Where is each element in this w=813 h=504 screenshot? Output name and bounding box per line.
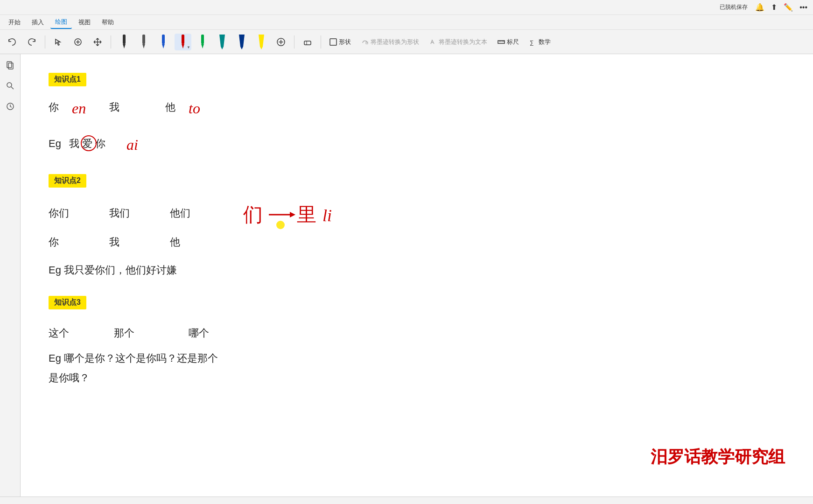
char-tamen: 他们 bbox=[170, 206, 231, 220]
ruler-button[interactable]: 标尺 bbox=[494, 34, 523, 50]
char-ni: 你 bbox=[49, 100, 72, 114]
pen-yellow-highlight[interactable] bbox=[253, 34, 270, 50]
pen-blue[interactable] bbox=[155, 34, 172, 50]
svg-point-36 bbox=[81, 136, 96, 151]
svg-rect-3 bbox=[123, 35, 126, 44]
badge2: 知识点2 bbox=[49, 174, 86, 188]
shape-button[interactable]: 形状 bbox=[326, 34, 355, 50]
selection-tool[interactable] bbox=[50, 34, 67, 50]
shape-label: 形状 bbox=[339, 38, 351, 46]
svg-rect-30 bbox=[8, 63, 13, 69]
ink-text-label: 将墨迹转换为文本 bbox=[439, 38, 487, 46]
svg-text:里: 里 bbox=[297, 204, 316, 225]
menu-start[interactable]: 开始 bbox=[4, 16, 25, 28]
svg-text:们: 们 bbox=[243, 204, 263, 225]
edit-icon[interactable]: ✏️ bbox=[784, 3, 793, 12]
eraser-tool[interactable] bbox=[299, 34, 316, 50]
svg-rect-7 bbox=[162, 35, 165, 44]
svg-rect-21 bbox=[330, 39, 336, 45]
history-icon[interactable] bbox=[3, 99, 18, 114]
char-wo3: 我 bbox=[109, 235, 170, 249]
char-ai-circled: 爱 bbox=[82, 137, 92, 151]
pen-navy[interactable] bbox=[233, 34, 250, 50]
ink-to-shape-button[interactable]: 将墨迹转换为形状 bbox=[357, 34, 423, 50]
notification-icon[interactable]: 🔔 bbox=[755, 3, 764, 12]
bottom-scrollbar[interactable] bbox=[0, 497, 813, 504]
section1-eg: Eg 我 爱 你 ai bbox=[49, 132, 785, 155]
move-tool[interactable] bbox=[89, 34, 106, 50]
svg-marker-40 bbox=[290, 212, 295, 217]
section3: 知识点3 这个 那个 哪个 Eg 哪个是你？这个是你吗？还是那个 是你哦？ bbox=[49, 296, 785, 385]
char-ta: 他 bbox=[165, 100, 189, 114]
menu-draw[interactable]: 绘图 bbox=[50, 16, 72, 29]
eg-text2: Eg 我只爱你们，他们好讨嫌 bbox=[49, 263, 177, 277]
search-icon[interactable] bbox=[3, 78, 18, 93]
circle-annotation bbox=[80, 135, 97, 152]
section2: 知识点2 你们 我们 他们 们 里 li bbox=[49, 174, 785, 277]
svg-marker-10 bbox=[182, 44, 184, 49]
annotation-ai: ai bbox=[126, 132, 154, 155]
char-nage2: 哪个 bbox=[189, 326, 254, 340]
share-icon[interactable]: ⬆ bbox=[771, 3, 777, 12]
menu-help[interactable]: 帮助 bbox=[97, 16, 119, 28]
char-ni2: 你 bbox=[49, 235, 109, 249]
separator2 bbox=[111, 35, 111, 49]
section3-eg2: 是你哦？ bbox=[49, 371, 785, 385]
svg-text:to: to bbox=[189, 100, 200, 117]
menu-insert[interactable]: 插入 bbox=[27, 16, 49, 28]
svg-text:∑: ∑ bbox=[530, 39, 534, 46]
svg-marker-4 bbox=[123, 44, 126, 49]
annotation-to: to bbox=[189, 96, 226, 119]
canvas-area[interactable]: 知识点1 你 en 我 他 to Eg 我 bbox=[21, 54, 813, 497]
svg-rect-11 bbox=[201, 35, 204, 44]
section1: 知识点1 你 en 我 他 to Eg 我 bbox=[49, 73, 785, 155]
char-wo: 我 bbox=[109, 100, 165, 114]
ink-shape-label: 将墨迹转换为形状 bbox=[371, 38, 419, 46]
redo-button[interactable] bbox=[23, 34, 40, 50]
add-pen-button[interactable] bbox=[273, 34, 289, 50]
menubar: 开始 插入 绘图 视图 帮助 bbox=[0, 15, 813, 30]
pen-black[interactable] bbox=[116, 34, 133, 50]
ink-to-text-button[interactable]: 将墨迹转换为文本 bbox=[426, 34, 491, 50]
titlebar: 已脱机保存 🔔 ⬆ ✏️ ••• bbox=[0, 0, 813, 15]
add-tool[interactable] bbox=[70, 34, 86, 50]
eg-text3: Eg 哪个是你？这个是你吗？还是那个 bbox=[49, 351, 218, 365]
math-button[interactable]: ∑ 数学 bbox=[526, 34, 554, 50]
pen-dark[interactable] bbox=[135, 34, 152, 50]
separator1 bbox=[45, 35, 45, 49]
section3-row1: 这个 那个 哪个 bbox=[49, 326, 785, 340]
main-area: 知识点1 你 en 我 他 to Eg 我 bbox=[0, 54, 813, 497]
eg-text3b: 是你哦？ bbox=[49, 371, 90, 385]
char-women: 我们 bbox=[109, 206, 170, 220]
svg-text:en: en bbox=[72, 100, 86, 117]
pen-green[interactable] bbox=[194, 34, 211, 50]
svg-rect-5 bbox=[142, 35, 145, 44]
char-ta2: 他 bbox=[170, 235, 231, 249]
eg-label1: Eg bbox=[49, 138, 67, 150]
section2-row1: 你们 我们 他们 们 里 li bbox=[49, 197, 785, 230]
svg-rect-29 bbox=[7, 62, 12, 68]
svg-marker-12 bbox=[201, 44, 204, 49]
svg-marker-8 bbox=[162, 44, 165, 49]
pages-icon[interactable] bbox=[3, 58, 18, 73]
svg-marker-6 bbox=[142, 44, 145, 49]
section2-eg: Eg 我只爱你们，他们好讨嫌 bbox=[49, 263, 785, 277]
menu-view[interactable]: 视图 bbox=[74, 16, 95, 28]
separator3 bbox=[294, 35, 294, 49]
section3-eg: Eg 哪个是你？这个是你吗？还是那个 bbox=[49, 351, 785, 365]
undo-button[interactable] bbox=[4, 34, 21, 50]
sidebar bbox=[0, 54, 21, 497]
svg-rect-9 bbox=[182, 35, 184, 44]
char-nage: 那个 bbox=[114, 326, 189, 340]
toolbar: ▼ 形状 将墨迹转换为形状 将墨迹转换为文本 标尺 ∑ bbox=[0, 30, 813, 54]
math-label: 数学 bbox=[539, 38, 551, 46]
pen-red-active[interactable]: ▼ bbox=[175, 34, 191, 50]
section1-row1: 你 en 我 他 to bbox=[49, 96, 785, 119]
badge3: 知识点3 bbox=[49, 296, 86, 309]
save-status: 已脱机保存 bbox=[720, 3, 748, 11]
pen-teal[interactable] bbox=[214, 34, 231, 50]
annotation-en: en bbox=[72, 96, 109, 119]
char-wo2: 我 bbox=[69, 137, 79, 151]
svg-point-31 bbox=[7, 83, 12, 87]
more-icon[interactable]: ••• bbox=[799, 3, 807, 12]
